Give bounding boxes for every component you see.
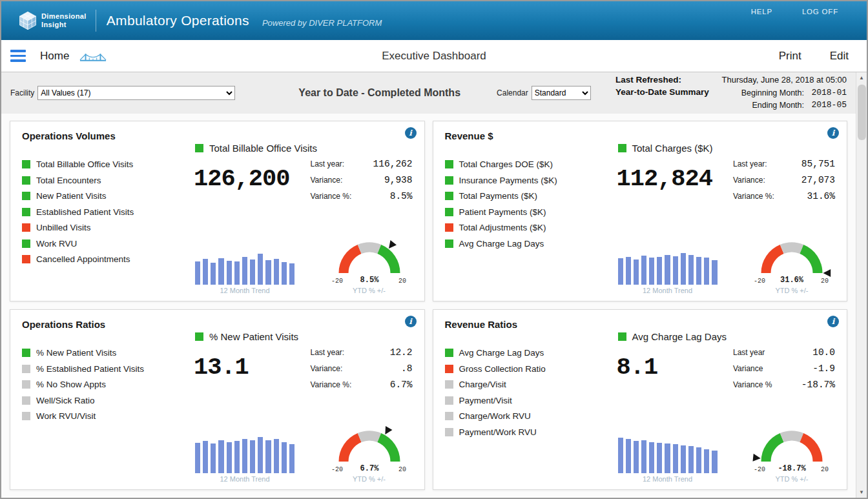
trend-bar-chart[interactable] [194,245,296,285]
trend-bar[interactable] [203,259,208,285]
legend-item[interactable]: Charge/Work RVU [445,411,608,421]
info-icon[interactable]: i [827,127,839,139]
ytd-gauge[interactable]: -202031.6% [750,233,834,285]
info-icon[interactable]: i [405,127,417,139]
trend-bar-chart[interactable] [617,245,719,285]
trend-bar[interactable] [688,446,694,473]
trend-bar[interactable] [641,256,646,285]
trend-bar[interactable] [218,258,223,285]
legend-item[interactable]: Established Patient Visits [22,207,185,217]
trend-bar[interactable] [211,263,216,285]
trend-bar[interactable] [634,441,639,473]
trend-bar[interactable] [673,256,678,285]
legend-item[interactable]: Insurance Payments ($K) [445,176,608,185]
trend-bar-chart[interactable] [617,433,719,473]
info-icon[interactable]: i [827,316,839,327]
trend-bar[interactable] [289,444,294,473]
trend-bar[interactable] [218,440,223,473]
trend-bar[interactable] [282,442,287,473]
trend-bar[interactable] [250,440,255,473]
trend-bar[interactable] [258,254,263,285]
trend-bar[interactable] [195,443,200,473]
edit-button[interactable]: Edit [830,50,849,63]
trend-bar[interactable] [282,262,287,285]
trend-bar[interactable] [274,439,279,473]
legend-item[interactable]: Avg Charge Lag Days [445,348,608,358]
trend-bar[interactable] [688,255,694,285]
trend-bar[interactable] [626,439,631,473]
trend-bar[interactable] [673,444,678,473]
legend-item[interactable]: Total Encounters [22,176,185,185]
trend-bar[interactable] [681,253,686,285]
trend-bar[interactable] [641,440,646,473]
legend-item[interactable]: Total Adjustments ($K) [445,223,608,232]
trend-bar[interactable] [634,260,639,285]
trend-bar[interactable] [274,259,279,285]
trend-bar[interactable] [242,257,247,285]
dimensional-insight-logo[interactable]: Dimensional Insight [18,11,87,30]
trend-bar[interactable] [242,439,247,473]
legend-item[interactable]: Unbilled Visits [22,223,185,232]
legend-item[interactable]: % Established Patient Visits [22,364,185,374]
legend-item[interactable]: Total Charges DOE ($K) [445,159,608,169]
legend-item[interactable]: Work RVU [22,239,185,249]
ytd-gauge[interactable]: -20208.5% [327,233,411,285]
trend-bar[interactable] [626,257,631,285]
trend-bar[interactable] [704,258,709,285]
trend-bar[interactable] [704,449,709,473]
legend-item[interactable]: Total Payments ($K) [445,191,608,201]
trend-bar[interactable] [234,441,240,473]
trend-bar[interactable] [618,438,623,473]
scrollbar-thumb[interactable] [858,85,866,140]
trend-bar[interactable] [657,443,662,473]
trend-bar[interactable] [258,437,263,473]
legend-swatch-gray [22,412,30,420]
calendar-select[interactable]: Standard [532,86,591,100]
legend-item[interactable]: Total Billable Office Visits [22,159,185,169]
trend-bar[interactable] [203,441,208,473]
legend-item[interactable]: Payment/Visit [445,396,608,405]
trend-bar[interactable] [696,447,701,473]
legend-item[interactable]: Well/Sick Ratio [22,396,185,405]
ytd-gauge[interactable]: -2020-18.7% [750,422,834,473]
legend-item[interactable]: Charge/Visit [445,380,608,389]
trend-bar[interactable] [665,443,670,473]
logoff-link[interactable]: LOG OFF [802,8,838,15]
trend-bar-chart[interactable] [194,433,296,473]
trend-bar[interactable] [234,261,240,285]
ytd-gauge[interactable]: -20206.7% [327,422,411,473]
trend-bar[interactable] [681,445,686,473]
trend-bar[interactable] [665,255,670,285]
trend-bar[interactable] [265,440,271,473]
legend-item[interactable]: Work RVU/Visit [22,411,185,421]
trend-bar[interactable] [227,261,232,285]
legend-item[interactable]: Payment/Work RVU [445,427,608,437]
trend-bar[interactable] [211,443,216,473]
info-icon[interactable]: i [405,316,417,327]
legend-item[interactable]: % New Patient Visits [22,348,185,358]
legend-item[interactable]: Patient Payments ($K) [445,207,608,217]
legend-item[interactable]: Cancelled Appointments [22,254,185,264]
print-button[interactable]: Print [779,50,801,63]
trend-bar[interactable] [712,260,717,285]
trend-bar[interactable] [649,442,654,473]
vertical-scrollbar[interactable]: ▲ ▼ [856,72,867,498]
scroll-down-icon[interactable]: ▼ [856,487,867,498]
trend-bar[interactable] [657,257,662,285]
trend-bar[interactable] [712,451,717,473]
trend-bar[interactable] [227,442,232,473]
scroll-up-icon[interactable]: ▲ [856,72,867,83]
legend-item[interactable]: Avg Charge Lag Days [445,239,608,249]
legend-item[interactable]: New Patient Visits [22,191,185,201]
facility-select[interactable]: All Values (17) [37,86,235,100]
trend-bar[interactable] [289,263,294,285]
trend-bar[interactable] [649,258,654,285]
trend-bar[interactable] [696,257,701,285]
help-link[interactable]: HELP [751,8,772,15]
trend-bar[interactable] [250,260,255,285]
legend-item[interactable]: Gross Collection Ratio [445,364,608,374]
trend-bar[interactable] [618,258,623,285]
legend-item[interactable]: % No Show Appts [22,380,185,389]
trend-bar[interactable] [265,260,271,285]
trend-bar[interactable] [195,261,200,285]
